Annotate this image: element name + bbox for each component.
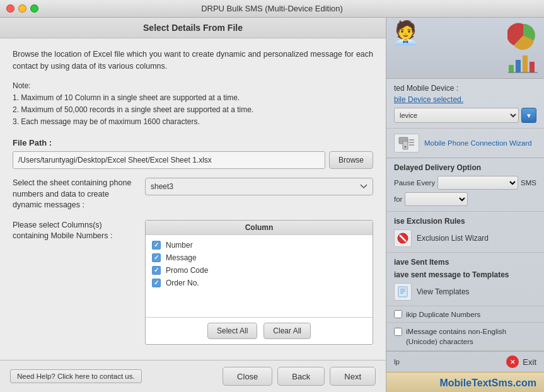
list-item: Message (148, 251, 370, 264)
help-shortcut: lp (394, 358, 400, 366)
device-link[interactable]: bile Device selected. (394, 95, 536, 104)
bottom-controls: lp ✕ Exit (386, 351, 544, 372)
title-bar: DRPU Bulk SMS (Multi-Device Edition) (0, 0, 544, 18)
list-item: Number (148, 239, 370, 251)
unicode-text: iMessage contains non-English (Unicode) … (406, 326, 536, 347)
exit-row[interactable]: ✕ Exit (506, 355, 536, 368)
close-button[interactable]: Close (223, 367, 272, 386)
promo-checkbox[interactable] (152, 266, 161, 275)
svg-rect-1 (509, 65, 514, 72)
svg-rect-7 (403, 141, 408, 149)
browse-button[interactable]: Browse (329, 151, 373, 169)
order-checkbox[interactable] (152, 279, 161, 287)
device-dropdown-button[interactable]: ▼ (521, 108, 536, 123)
exclusion-icon (394, 229, 412, 247)
window-title: DRPU Bulk SMS (Multi-Device Edition) (201, 4, 343, 13)
unicode-section: iMessage contains non-English (Unicode) … (386, 323, 544, 351)
back-button[interactable]: Back (277, 367, 325, 386)
skip-duplicate-text: ikip Duplicate Numbers (406, 311, 480, 318)
file-path-input[interactable] (13, 151, 325, 169)
file-path-label: File Path : (13, 138, 373, 147)
minimize-window-button[interactable] (18, 4, 26, 13)
brand-name: MobileTextSms.com (394, 378, 536, 389)
pause-every-label: Pause Every (394, 179, 435, 187)
exit-icon: ✕ (506, 355, 519, 368)
list-item: Promo Code (148, 264, 370, 277)
pause-every-select[interactable] (437, 176, 518, 190)
svg-point-8 (405, 146, 407, 148)
note-3: 3. Each message may be of maximum 1600 c… (13, 117, 200, 126)
sheet-section: Select the sheet containing phone number… (13, 178, 373, 211)
svg-rect-3 (523, 55, 528, 72)
exclusion-wizard-row[interactable]: Exclusion List Wizard (394, 229, 536, 247)
brand-area: MobileTextSms.com (386, 372, 544, 392)
for-label: for (394, 195, 402, 203)
notes-section: Note: 1. Maximum of 10 Column in a singl… (13, 80, 373, 129)
delayed-delivery-title: Delayed Delivery Option (394, 163, 536, 172)
clear-all-button[interactable]: Clear All (263, 323, 311, 339)
right-sidebar: 🧑‍💼 ted M (386, 18, 544, 392)
columns-list: Number Message Promo Code Order No. (146, 235, 373, 317)
columns-section: Please select Columns(s) containing Mobi… (13, 220, 373, 345)
exit-label: Exit (523, 357, 536, 367)
number-label: Number (166, 241, 193, 250)
sms-label: SMS (521, 179, 536, 187)
save-sent-title: iave Sent Items (394, 258, 536, 267)
svg-rect-14 (398, 287, 407, 297)
sheet-select[interactable]: sheet1 sheet2 sheet3 sheet4 (145, 178, 373, 195)
note-2: 2. Maximum of 50,000 records in a single… (13, 105, 253, 114)
columns-box: Column Number Message Promo Code (145, 220, 373, 345)
dialog-header: Select Details From File (0, 18, 386, 38)
sheet-label: Select the sheet containing phone number… (13, 178, 139, 211)
file-path-section: File Path : Browse (13, 138, 373, 169)
close-window-button[interactable] (6, 4, 14, 13)
skip-duplicate-section: ikip Duplicate Numbers (386, 306, 544, 323)
dialog-body: Browse the location of Excel file which … (0, 38, 386, 360)
skip-duplicate-checkbox[interactable] (394, 310, 402, 318)
info-text: Browse the location of Excel file which … (13, 49, 373, 72)
unicode-checkbox[interactable] (394, 328, 402, 336)
avatar: 🧑‍💼 (391, 21, 420, 44)
columns-label: Please select Columns(s) containing Mobi… (13, 220, 139, 242)
next-button[interactable]: Next (330, 367, 376, 386)
svg-rect-2 (516, 60, 521, 72)
message-checkbox[interactable] (152, 253, 161, 262)
list-item: Order No. (148, 277, 370, 289)
bar-chart-icon (507, 52, 539, 74)
select-all-button[interactable]: Select All (207, 323, 257, 339)
dialog-panel: Select Details From File Browse the loca… (0, 18, 386, 392)
skip-duplicate-label[interactable]: ikip Duplicate Numbers (394, 310, 536, 318)
promo-label: Promo Code (166, 266, 208, 275)
save-sent-section: iave Sent Items iave sent message to Tem… (386, 253, 544, 306)
order-label: Order No. (166, 279, 199, 287)
exclusion-title: ise Exclusion Rules (394, 217, 536, 226)
device-label: ted Mobile Device : (394, 84, 536, 93)
note-1: 1. Maximum of 10 Column in a single shee… (13, 93, 240, 102)
number-checkbox[interactable] (152, 241, 161, 250)
connection-wizard[interactable]: Mobile Phone Connection Wizard (386, 129, 544, 158)
note-title: Note: (13, 81, 31, 90)
device-select[interactable]: levice (394, 108, 519, 123)
view-templates-row[interactable]: View Templates (394, 283, 536, 301)
chart-icon (507, 21, 539, 50)
help-button[interactable]: Need Help? Click here to contact us. (10, 369, 142, 383)
columns-actions: Select All Clear All (146, 317, 373, 344)
window-controls[interactable] (6, 4, 38, 13)
dialog-footer: Need Help? Click here to contact us. Clo… (0, 360, 386, 392)
maximize-window-button[interactable] (30, 4, 38, 13)
unicode-label[interactable]: iMessage contains non-English (Unicode) … (394, 326, 536, 347)
templates-icon (394, 283, 412, 301)
message-label: Message (166, 253, 197, 262)
exclusion-section: ise Exclusion Rules Exclusion List Wizar… (386, 212, 544, 253)
connection-wizard-label: Mobile Phone Connection Wizard (424, 139, 532, 148)
delayed-delivery-section: Delayed Delivery Option Pause Every SMS … (386, 158, 544, 212)
for-select[interactable] (405, 192, 468, 206)
connection-icon (394, 134, 419, 153)
view-templates-label: View Templates (417, 287, 470, 296)
footer-buttons: Close Back Next (223, 367, 376, 386)
columns-header: Column (146, 221, 373, 235)
exclusion-wizard-label: Exclusion List Wizard (417, 234, 489, 243)
device-section: ted Mobile Device : bile Device selected… (386, 79, 544, 129)
save-templates-title: iave sent message to Templates (394, 270, 536, 279)
svg-rect-4 (530, 62, 535, 72)
